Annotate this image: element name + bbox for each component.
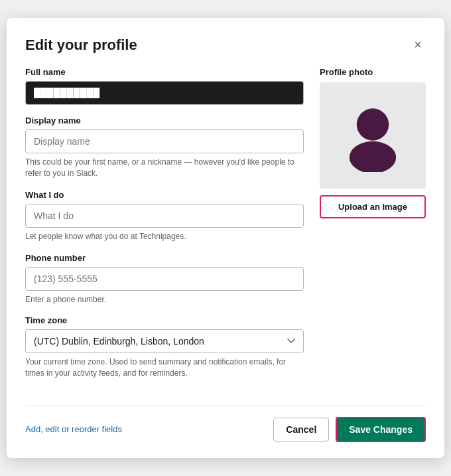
close-button[interactable]: × [410,37,426,52]
save-changes-button[interactable]: Save Changes [336,417,426,442]
phone-input[interactable] [25,267,304,291]
phone-group: Phone number Enter a phone number. [25,253,304,305]
display-name-input[interactable] [25,129,304,153]
timezone-select[interactable]: (UTC) Dublin, Edinburgh, Lisbon, London [25,329,304,353]
phone-hint: Enter a phone number. [25,294,304,305]
what-i-do-group: What I do Let people know what you do at… [25,190,304,242]
display-name-hint: This could be your first name, or a nick… [25,157,304,179]
add-fields-link[interactable]: Add, edit or reorder fields [25,424,122,434]
timezone-group: Time zone (UTC) Dublin, Edinburgh, Lisbo… [25,315,304,379]
full-name-group: Full name [25,67,304,105]
what-i-do-hint: Let people know what you do at Technipag… [25,231,304,242]
cancel-button[interactable]: Cancel [273,418,329,441]
phone-label: Phone number [25,253,304,263]
photo-section-label: Profile photo [320,67,426,77]
avatar-icon [336,99,409,172]
display-name-group: Display name This could be your first na… [25,116,304,179]
timezone-hint: Your current time zone. Used to send sum… [25,357,304,379]
svg-point-0 [357,108,389,140]
what-i-do-input[interactable] [25,204,304,228]
modal-title: Edit your profile [25,37,137,54]
form-section: Full name Display name This could be you… [25,67,304,390]
display-name-label: Display name [25,116,304,125]
svg-point-1 [350,141,396,172]
edit-profile-modal: Edit your profile × Full name Display na… [7,18,444,458]
modal-body: Full name Display name This could be you… [25,67,426,390]
footer-buttons: Cancel Save Changes [273,417,426,442]
modal-footer: Add, edit or reorder fields Cancel Save … [25,406,426,442]
timezone-label: Time zone [25,315,304,325]
modal-header: Edit your profile × [25,37,426,54]
photo-section: Profile photo Upload an Image [320,67,426,390]
upload-image-button[interactable]: Upload an Image [320,195,426,218]
full-name-input[interactable] [25,81,304,105]
full-name-label: Full name [25,67,304,77]
avatar-container [320,82,426,189]
what-i-do-label: What I do [25,190,304,200]
